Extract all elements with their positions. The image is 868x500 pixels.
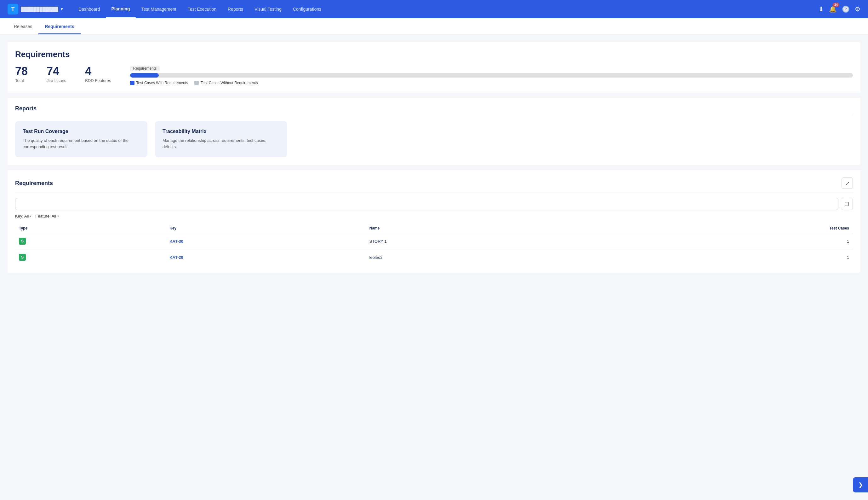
stat-jira: 74 Jira Issues — [47, 66, 66, 83]
report-card-desc-1: The quality of each requirement based on… — [23, 137, 140, 150]
col-test-cases: Test Cases — [598, 224, 853, 233]
chart-area: Requirements Test Cases With Requirement… — [130, 66, 853, 85]
report-card-desc-2: Manage the relationship across requireme… — [163, 137, 280, 150]
navbar: T ████████████ ▾ Dashboard Planning Test… — [0, 0, 868, 18]
search-row: ❐ — [15, 198, 853, 210]
page-title: Requirements — [15, 49, 853, 59]
legend-without-label: Test Cases Without Requirements — [201, 81, 258, 85]
report-card-title-1: Test Run Coverage — [23, 129, 140, 134]
progress-bar-fill — [130, 73, 159, 78]
row-key-1[interactable]: KAT-30 — [166, 233, 365, 249]
progress-bar-container — [130, 73, 853, 78]
download-icon[interactable]: ⬇ — [819, 5, 824, 13]
notification-icon[interactable]: 🔔 34 — [829, 5, 837, 13]
stat-jira-label: Jira Issues — [47, 78, 66, 83]
col-key: Key — [166, 224, 365, 233]
row-test-cases-1: 1 — [598, 233, 853, 249]
requirements-table-container: Type Key Name Test Cases S KAT-30 — [15, 224, 853, 265]
row-type-1: S — [15, 233, 166, 249]
brand: T ████████████ ▾ — [8, 4, 63, 14]
col-name: Name — [366, 224, 598, 233]
table-header: Type Key Name Test Cases — [15, 224, 853, 233]
req-section-header: Requirements ⤢ — [15, 178, 853, 193]
page-content: Requirements 78 Total 74 Jira Issues 4 B… — [0, 34, 868, 285]
nav-visual-testing[interactable]: Visual Testing — [249, 0, 287, 18]
filter-key[interactable]: Key: All ▾ — [15, 214, 32, 218]
table-row: S KAT-30 STORY 1 1 — [15, 233, 853, 249]
report-card-test-run-coverage[interactable]: Test Run Coverage The quality of each re… — [15, 121, 148, 157]
legend-dot-blue — [130, 81, 134, 85]
settings-icon[interactable]: ⚙ — [855, 5, 860, 13]
requirements-table: Type Key Name Test Cases S KAT-30 — [15, 224, 853, 265]
chart-label: Requirements — [130, 66, 160, 71]
row-type-2: S — [15, 249, 166, 265]
expand-button[interactable]: ⤢ — [842, 178, 853, 189]
chevron-down-icon: ▾ — [30, 214, 32, 218]
filter-row: Key: All ▾ Feature: All ▾ — [15, 214, 853, 218]
report-cards: Test Run Coverage The quality of each re… — [15, 121, 853, 157]
nav-dashboard[interactable]: Dashboard — [73, 0, 106, 18]
stat-bdd-label: BDD Features — [85, 78, 111, 83]
legend-without-requirements: Test Cases Without Requirements — [194, 81, 258, 85]
requirements-table-section: Requirements ⤢ ❐ Key: All ▾ Feature: All… — [8, 170, 860, 273]
search-input[interactable] — [15, 198, 838, 210]
row-test-cases-2: 1 — [598, 249, 853, 265]
nav-configurations[interactable]: Configurations — [287, 0, 327, 18]
report-card-title-2: Traceability Matrix — [163, 129, 280, 134]
stat-total-value: 78 — [15, 66, 28, 77]
tabs-bar: Releases Requirements — [0, 18, 868, 34]
row-name-1: STORY 1 — [366, 233, 598, 249]
type-icon-1: S — [19, 238, 26, 245]
expand-icon: ⤢ — [845, 180, 849, 186]
copy-button[interactable]: ❐ — [841, 198, 853, 210]
brand-logo[interactable]: T — [8, 4, 18, 14]
nav-planning[interactable]: Planning — [106, 0, 136, 18]
row-key-2[interactable]: KAT-29 — [166, 249, 365, 265]
notification-badge: 34 — [833, 3, 839, 7]
type-icon-2: S — [19, 254, 26, 261]
report-card-traceability-matrix[interactable]: Traceability Matrix Manage the relations… — [155, 121, 287, 157]
table-row: S KAT-29 leoleo2 1 — [15, 249, 853, 265]
reports-section: Reports Test Run Coverage The quality of… — [8, 98, 860, 165]
chevron-down-icon-2: ▾ — [57, 214, 59, 218]
nav-links: Dashboard Planning Test Management Test … — [73, 0, 808, 18]
stats-section: Requirements 78 Total 74 Jira Issues 4 B… — [8, 42, 860, 93]
stat-bdd-value: 4 — [85, 66, 111, 77]
brand-dropdown-icon[interactable]: ▾ — [61, 7, 63, 11]
stat-total: 78 Total — [15, 66, 28, 83]
nav-test-execution[interactable]: Test Execution — [182, 0, 222, 18]
legend-with-label: Test Cases With Requirements — [136, 81, 188, 85]
key-link-2[interactable]: KAT-29 — [169, 255, 183, 260]
req-section-title: Requirements — [15, 180, 53, 186]
col-type: Type — [15, 224, 166, 233]
copy-icon: ❐ — [845, 201, 849, 207]
legend-dot-gray — [194, 81, 199, 85]
filter-key-label: Key: All — [15, 214, 29, 218]
filter-feature-label: Feature: All — [35, 214, 56, 218]
brand-text: ████████████ — [21, 7, 58, 12]
stats-row: 78 Total 74 Jira Issues 4 BDD Features R… — [15, 66, 853, 85]
nav-actions: ⬇ 🔔 34 🕐 ⚙ — [819, 5, 860, 13]
key-link-1[interactable]: KAT-30 — [169, 239, 183, 244]
tab-requirements[interactable]: Requirements — [38, 18, 80, 34]
legend-with-requirements: Test Cases With Requirements — [130, 81, 188, 85]
tab-releases[interactable]: Releases — [8, 18, 38, 34]
table-body: S KAT-30 STORY 1 1 S KAT-29 — [15, 233, 853, 265]
filter-feature[interactable]: Feature: All ▾ — [35, 214, 59, 218]
chart-label-row: Requirements — [130, 66, 853, 71]
nav-test-management[interactable]: Test Management — [136, 0, 182, 18]
history-icon[interactable]: 🕐 — [842, 5, 850, 13]
stat-jira-value: 74 — [47, 66, 66, 77]
stat-bdd: 4 BDD Features — [85, 66, 111, 83]
nav-reports[interactable]: Reports — [222, 0, 249, 18]
reports-section-title: Reports — [15, 105, 853, 116]
row-name-2: leoleo2 — [366, 249, 598, 265]
chart-legend: Test Cases With Requirements Test Cases … — [130, 81, 853, 85]
stat-total-label: Total — [15, 78, 28, 83]
